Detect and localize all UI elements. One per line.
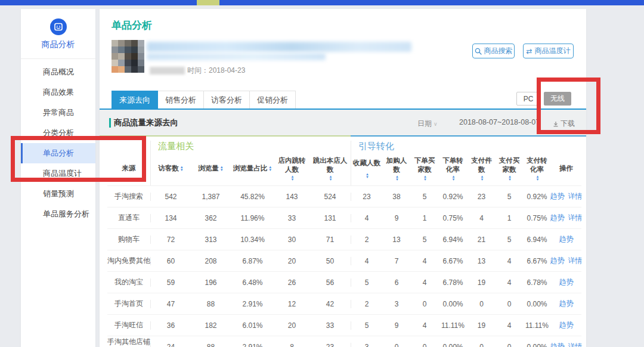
main-panel: 单品分析 时间：2018-04-23 商品搜索 ⇄ 商品温度计 来源去向销售分析… xyxy=(100,9,586,347)
cell-value: 8 xyxy=(274,343,309,347)
download-button[interactable]: 下载 xyxy=(553,119,575,129)
sort-icon[interactable]: ▲▼ xyxy=(423,175,427,181)
sort-icon[interactable]: ▲▼ xyxy=(452,175,456,181)
sort-icon[interactable]: ▲▼ xyxy=(536,175,540,181)
sidebar-item-商品概况[interactable]: 商品概况 xyxy=(21,62,95,82)
cell-value: 4 xyxy=(351,257,382,265)
cell-value: 6.78% xyxy=(438,278,467,287)
toggle-pc[interactable]: PC xyxy=(516,92,540,106)
sort-icon[interactable]: ▲▼ xyxy=(220,166,224,172)
column-header-访客数[interactable]: 访客数▲▼ xyxy=(150,152,191,185)
action-link-详情[interactable]: 详情 xyxy=(568,342,583,347)
sidebar-item-商品效果[interactable]: 商品效果 xyxy=(21,82,95,103)
action-link-趋势[interactable]: 趋势 xyxy=(559,299,574,309)
cell-value: 6.87% xyxy=(231,257,274,265)
column-header-浏览量[interactable]: 浏览量▲▼ xyxy=(191,152,231,185)
sort-icon[interactable]: ▲▼ xyxy=(508,175,512,181)
cell-value: 0.00% xyxy=(523,300,551,308)
cell-value: 24 xyxy=(150,343,191,347)
table-row-我的淘宝: 我的淘宝591966.48%26565646.78%1946.78%趋势 xyxy=(107,271,581,293)
cell-source: 手淘首页 xyxy=(107,299,150,309)
sidebar-item-异常商品[interactable]: 异常商品 xyxy=(21,103,95,123)
action-link-趋势[interactable]: 趋势 xyxy=(550,342,565,347)
cell-value: 4 xyxy=(496,321,523,330)
column-header-收藏人数[interactable]: 收藏人数▲▼ xyxy=(351,152,382,185)
cell-value: 19 xyxy=(467,278,496,287)
cell-source: 我的淘宝 xyxy=(107,277,150,287)
cell-source: 购物车 xyxy=(107,234,150,244)
cell-actions: 趋势 xyxy=(551,320,581,330)
cell-value: 2 xyxy=(351,300,382,308)
cell-value: 0.00% xyxy=(438,343,467,347)
cell-value: 6.48% xyxy=(231,278,274,287)
action-link-详情[interactable]: 详情 xyxy=(568,256,583,266)
cell-value: 4 xyxy=(411,321,438,330)
cell-value: 5 xyxy=(411,236,438,244)
action-link-趋势[interactable]: 趋势 xyxy=(559,320,574,330)
cell-source: 直通车 xyxy=(107,213,150,223)
sidebar-item-单品分析[interactable]: 单品分析 xyxy=(21,143,95,163)
cell-value: 0.92% xyxy=(523,193,551,201)
cell-value: 0 xyxy=(411,343,438,347)
column-header-操作: 操作 xyxy=(551,152,581,185)
sort-icon[interactable]: ▲▼ xyxy=(329,175,333,181)
column-header-跳出本店人数[interactable]: 跳出本店人数▲▼ xyxy=(309,152,351,185)
product-thermometer-button[interactable]: ⇄ 商品温度计 xyxy=(523,44,574,58)
table-row-手淘搜索: 手淘搜索5421,38745.82%143524233850.92%2350.9… xyxy=(107,185,581,207)
column-header-支付买家数[interactable]: 支付买家数▲▼ xyxy=(496,152,523,185)
cell-value: 5 xyxy=(351,278,382,287)
sidebar-item-商品温度计[interactable]: 商品温度计 xyxy=(21,163,95,184)
date-range-value[interactable]: 2018-08-07~2018-08-07 xyxy=(459,118,540,126)
cell-source: 手淘搜索 xyxy=(107,191,150,202)
cell-value: 4 xyxy=(411,278,438,287)
sort-icon[interactable]: ▲▼ xyxy=(395,175,399,181)
sidebar-brand-label: 商品分析 xyxy=(21,39,95,50)
sort-icon[interactable]: ▲▼ xyxy=(268,166,272,172)
product-search-button[interactable]: 商品搜索 xyxy=(472,44,515,58)
date-dropdown[interactable]: 日期∨ xyxy=(417,119,438,129)
sidebar-item-单品服务分析[interactable]: 单品服务分析 xyxy=(21,204,95,224)
sidebar-item-分类分析[interactable]: 分类分析 xyxy=(21,123,95,143)
cell-value: 4 xyxy=(351,214,382,222)
toggle-wireless[interactable]: 无线 xyxy=(544,92,571,106)
analysis-tabs: 来源去向销售分析访客分析促销分析 xyxy=(112,91,296,109)
sort-icon[interactable]: ▲▼ xyxy=(481,175,484,181)
column-header-支付件数[interactable]: 支付件数▲▼ xyxy=(467,152,496,185)
action-link-趋势[interactable]: 趋势 xyxy=(559,234,574,244)
action-link-趋势[interactable]: 趋势 xyxy=(550,191,565,202)
cell-value: 2.91% xyxy=(231,343,274,347)
cell-value: 5 xyxy=(496,193,523,201)
tab-访客分析[interactable]: 访客分析 xyxy=(204,91,250,109)
section-title: 商品流量来源去向 xyxy=(109,117,178,128)
column-header-加购人数[interactable]: 加购人数▲▼ xyxy=(382,152,411,185)
column-header-浏览量占比[interactable]: 浏览量占比▲▼ xyxy=(231,152,274,185)
tab-销售分析[interactable]: 销售分析 xyxy=(158,91,204,109)
action-link-详情[interactable]: 详情 xyxy=(568,191,583,202)
column-header-下单买家数[interactable]: 下单买家数▲▼ xyxy=(411,152,438,185)
cell-value: 362 xyxy=(191,214,231,222)
cell-value: 9 xyxy=(382,214,411,222)
cell-value: 72 xyxy=(150,236,191,244)
cell-value: 0.75% xyxy=(438,214,467,222)
product-analysis-icon xyxy=(50,18,67,35)
action-link-趋势[interactable]: 趋势 xyxy=(550,213,565,223)
sort-icon[interactable]: ▲▼ xyxy=(180,166,184,172)
cell-value: 0 xyxy=(496,343,523,347)
tab-促销分析[interactable]: 促销分析 xyxy=(250,91,296,109)
sidebar-item-销量预测[interactable]: 销量预测 xyxy=(21,184,95,204)
cell-source: 手淘旺信 xyxy=(107,320,150,330)
action-link-趋势[interactable]: 趋势 xyxy=(550,256,565,266)
table-header-row: 来源访客数▲▼浏览量▲▼浏览量占比▲▼店内跳转人数▲▼跳出本店人数▲▼收藏人数▲… xyxy=(107,152,581,185)
cell-value: 20 xyxy=(274,321,309,330)
column-header-店内跳转人数[interactable]: 店内跳转人数▲▼ xyxy=(274,152,309,185)
action-link-详情[interactable]: 详情 xyxy=(568,213,583,223)
column-header-支付转化率[interactable]: 支付转化率▲▼ xyxy=(523,152,551,185)
top-bar-tab-notch xyxy=(197,0,219,5)
tab-来源去向[interactable]: 来源去向 xyxy=(112,91,158,109)
column-header-下单转化率[interactable]: 下单转化率▲▼ xyxy=(438,152,467,185)
cell-value: 36 xyxy=(150,321,191,330)
sort-icon[interactable]: ▲▼ xyxy=(366,173,369,179)
sort-icon[interactable]: ▲▼ xyxy=(291,175,295,181)
action-link-趋势[interactable]: 趋势 xyxy=(559,277,574,287)
cell-actions: 趋势详情 xyxy=(551,342,581,347)
